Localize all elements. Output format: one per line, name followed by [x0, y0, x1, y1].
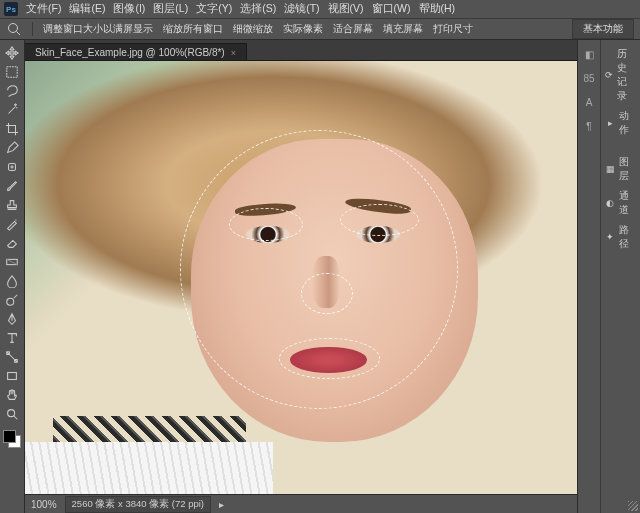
- opt-fit-screen[interactable]: 适合屏幕: [333, 22, 373, 36]
- layers-panel-tab[interactable]: ▦图层: [601, 152, 640, 186]
- svg-point-7: [8, 410, 15, 417]
- svg-rect-2: [7, 67, 18, 78]
- opt-scrubby-zoom[interactable]: 细微缩放: [233, 22, 273, 36]
- document-tab[interactable]: Skin_Face_Example.jpg @ 100%(RGB/8*) ×: [25, 43, 247, 60]
- move-tool[interactable]: [2, 44, 22, 62]
- eyedropper-tool[interactable]: [2, 139, 22, 157]
- rectangle-tool[interactable]: [2, 367, 22, 385]
- actions-icon: ▸: [605, 117, 615, 129]
- blur-tool[interactable]: [2, 272, 22, 290]
- marquee-tool[interactable]: [2, 63, 22, 81]
- opt-fill-screen[interactable]: 填充屏幕: [383, 22, 423, 36]
- layers-icon: ▦: [605, 163, 615, 175]
- dodge-tool[interactable]: [2, 291, 22, 309]
- close-tab-icon[interactable]: ×: [231, 48, 236, 58]
- info-arrow-icon[interactable]: ▸: [219, 499, 224, 510]
- channels-panel-tab[interactable]: ◐通道: [601, 186, 640, 220]
- path-tool[interactable]: [2, 348, 22, 366]
- swatches-panel-icon[interactable]: 85: [581, 70, 597, 86]
- actions-panel-tab[interactable]: ▸动作: [601, 106, 640, 140]
- paths-icon: ✦: [605, 231, 615, 243]
- document-tab-bar: Skin_Face_Example.jpg @ 100%(RGB/8*) ×: [25, 40, 577, 61]
- svg-point-5: [7, 298, 14, 305]
- menu-window[interactable]: 窗口(W): [372, 2, 411, 16]
- gradient-tool[interactable]: [2, 253, 22, 271]
- menu-filter[interactable]: 滤镜(T): [284, 2, 319, 16]
- wand-tool[interactable]: [2, 101, 22, 119]
- pen-tool[interactable]: [2, 310, 22, 328]
- brush-tool[interactable]: [2, 177, 22, 195]
- opt-actual-pixels[interactable]: 实际像素: [283, 22, 323, 36]
- foreground-color[interactable]: [3, 430, 16, 443]
- collapsed-panel-strip: ◧ 85 A ¶: [578, 40, 601, 513]
- history-icon: ⟳: [605, 69, 613, 81]
- type-tool[interactable]: [2, 329, 22, 347]
- opt-resize-window[interactable]: 调整窗口大小以满屏显示: [43, 22, 153, 36]
- menu-help[interactable]: 帮助(H): [419, 2, 456, 16]
- hand-tool[interactable]: [2, 386, 22, 404]
- tool-palette: [0, 40, 25, 513]
- menu-image[interactable]: 图像(I): [113, 2, 145, 16]
- stamp-tool[interactable]: [2, 196, 22, 214]
- menu-select[interactable]: 选择(S): [240, 2, 276, 16]
- menu-bar: Ps 文件(F) 编辑(E) 图像(I) 图层(L) 文字(Y) 选择(S) 滤…: [0, 0, 640, 18]
- svg-rect-6: [8, 373, 17, 380]
- opt-print-size[interactable]: 打印尺寸: [433, 22, 473, 36]
- color-swatches[interactable]: [3, 430, 21, 448]
- document-tab-title: Skin_Face_Example.jpg @ 100%(RGB/8*): [35, 47, 225, 58]
- eraser-tool[interactable]: [2, 234, 22, 252]
- opt-zoom-all[interactable]: 缩放所有窗口: [163, 22, 223, 36]
- menu-view[interactable]: 视图(V): [328, 2, 364, 16]
- channels-icon: ◐: [605, 197, 615, 209]
- menu-layer[interactable]: 图层(L): [153, 2, 188, 16]
- svg-point-0: [9, 24, 18, 33]
- zoom-tool-icon[interactable]: [6, 21, 22, 37]
- document-info[interactable]: 2560 像素 x 3840 像素 (72 ppi): [65, 496, 211, 513]
- panel-dock: ◧ 85 A ¶ ⟳历史记录 ▸动作 ▦图层 ◐通道 ✦路径: [577, 40, 640, 513]
- paths-panel-tab[interactable]: ✦路径: [601, 220, 640, 254]
- status-bar: 100% 2560 像素 x 3840 像素 (72 ppi) ▸: [25, 494, 577, 513]
- menu-file[interactable]: 文件(F): [26, 2, 61, 16]
- menu-edit[interactable]: 编辑(E): [69, 2, 105, 16]
- heal-tool[interactable]: [2, 158, 22, 176]
- svg-line-1: [17, 32, 21, 36]
- character-panel-icon[interactable]: A: [581, 94, 597, 110]
- zoom-tool[interactable]: [2, 405, 22, 423]
- resize-grip[interactable]: [628, 501, 638, 511]
- lasso-tool[interactable]: [2, 82, 22, 100]
- panel-tabs: ⟳历史记录 ▸动作 ▦图层 ◐通道 ✦路径: [601, 40, 640, 513]
- paragraph-panel-icon[interactable]: ¶: [581, 118, 597, 134]
- options-bar: 调整窗口大小以满屏显示 缩放所有窗口 细微缩放 实际像素 适合屏幕 填充屏幕 打…: [0, 18, 640, 40]
- color-panel-icon[interactable]: ◧: [581, 46, 597, 62]
- document-image: [25, 61, 577, 494]
- history-panel-tab[interactable]: ⟳历史记录: [601, 44, 640, 106]
- canvas[interactable]: [25, 61, 577, 494]
- menu-type[interactable]: 文字(Y): [196, 2, 232, 16]
- history-brush-tool[interactable]: [2, 215, 22, 233]
- app-logo: Ps: [4, 2, 18, 16]
- zoom-level[interactable]: 100%: [31, 499, 57, 510]
- workspace-switcher[interactable]: 基本功能: [572, 19, 634, 39]
- crop-tool[interactable]: [2, 120, 22, 138]
